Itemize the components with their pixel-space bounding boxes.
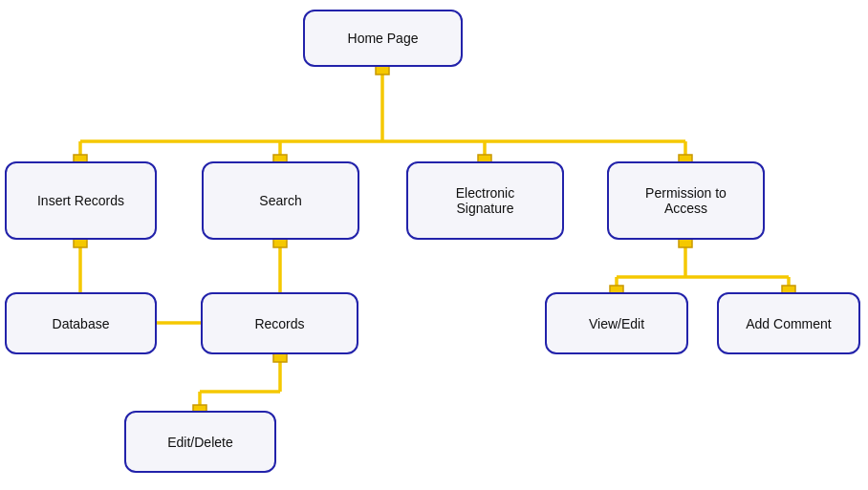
node-records: Records: [201, 292, 358, 354]
node-viewedit: View/Edit: [545, 292, 688, 354]
node-search: Search: [202, 161, 359, 240]
node-editdelete: Edit/Delete: [124, 411, 276, 473]
node-esig: ElectronicSignature: [406, 161, 564, 240]
node-addcomment: Add Comment: [717, 292, 860, 354]
diagram: .edge { stroke: #f5c800; stroke-width: 3…: [0, 0, 868, 490]
node-home: Home Page: [303, 10, 463, 67]
node-insert: Insert Records: [5, 161, 157, 240]
node-perm: Permission toAccess: [607, 161, 765, 240]
node-database: Database: [5, 292, 157, 354]
